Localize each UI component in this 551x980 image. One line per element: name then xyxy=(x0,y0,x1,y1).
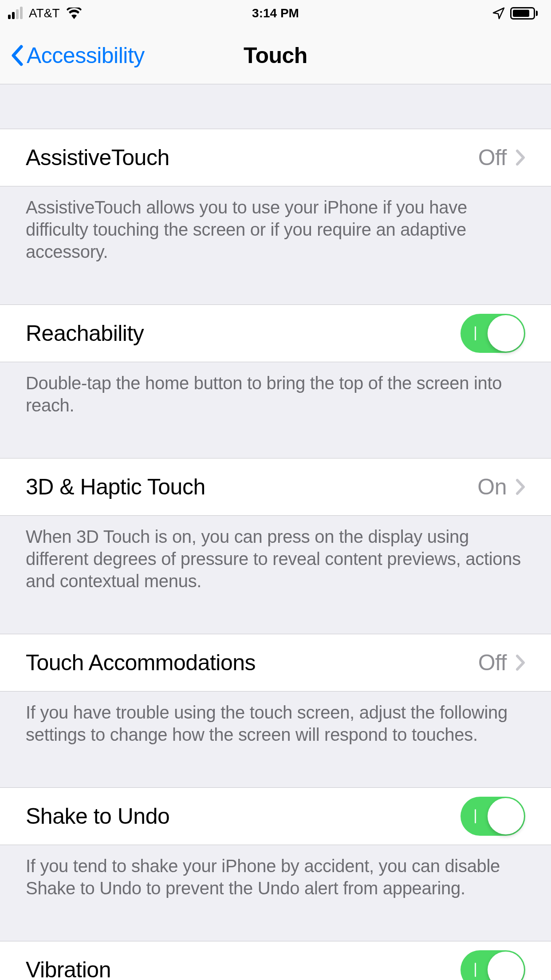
cell-label: Reachability xyxy=(26,320,144,346)
status-right xyxy=(492,7,538,20)
cell-footer: When 3D Touch is on, you can press on th… xyxy=(0,516,551,592)
cell-value: On xyxy=(477,474,507,500)
status-left: AT&T xyxy=(8,6,82,20)
chevron-right-icon xyxy=(516,478,525,495)
back-button[interactable]: Accessibility xyxy=(11,43,145,68)
location-icon xyxy=(492,7,505,20)
toggle-vibration[interactable] xyxy=(460,950,525,980)
cell-value: Off xyxy=(478,145,507,170)
cell-footer: If you tend to shake your iPhone by acci… xyxy=(0,845,551,899)
cell-footer: If you have trouble using the touch scre… xyxy=(0,692,551,746)
cell-footer: AssistiveTouch allows you to use your iP… xyxy=(0,186,551,263)
battery-icon xyxy=(510,7,538,20)
cell-label: 3D & Haptic Touch xyxy=(26,474,205,500)
chevron-right-icon xyxy=(516,149,525,166)
chevron-right-icon xyxy=(516,654,525,671)
cell-vibration: Vibration xyxy=(0,941,551,980)
back-label: Accessibility xyxy=(27,43,145,68)
cell-shake-to-undo: Shake to Undo xyxy=(0,787,551,845)
nav-bar: Accessibility Touch xyxy=(0,27,551,84)
cell-label: Vibration xyxy=(26,957,111,980)
carrier-label: AT&T xyxy=(29,6,59,20)
toggle-shake-to-undo[interactable] xyxy=(460,797,525,836)
cell-haptic-touch[interactable]: 3D & Haptic Touch On xyxy=(0,458,551,516)
chevron-left-icon xyxy=(11,45,23,66)
wifi-icon xyxy=(67,8,82,19)
cell-label: Shake to Undo xyxy=(26,803,169,829)
cell-reachability: Reachability xyxy=(0,304,551,362)
page-title: Touch xyxy=(244,43,307,68)
cell-value: Off xyxy=(478,650,507,676)
cell-touch-accommodations[interactable]: Touch Accommodations Off xyxy=(0,634,551,692)
cell-label: AssistiveTouch xyxy=(26,145,169,170)
status-bar: AT&T 3:14 PM xyxy=(0,0,551,27)
cell-label: Touch Accommodations xyxy=(26,650,256,676)
status-time: 3:14 PM xyxy=(252,6,299,20)
cell-assistive-touch[interactable]: AssistiveTouch Off xyxy=(0,129,551,186)
cell-footer: Double-tap the home button to bring the … xyxy=(0,362,551,416)
toggle-reachability[interactable] xyxy=(460,314,525,353)
signal-strength-icon xyxy=(8,8,23,19)
settings-list: AssistiveTouch Off AssistiveTouch allows… xyxy=(0,84,551,980)
